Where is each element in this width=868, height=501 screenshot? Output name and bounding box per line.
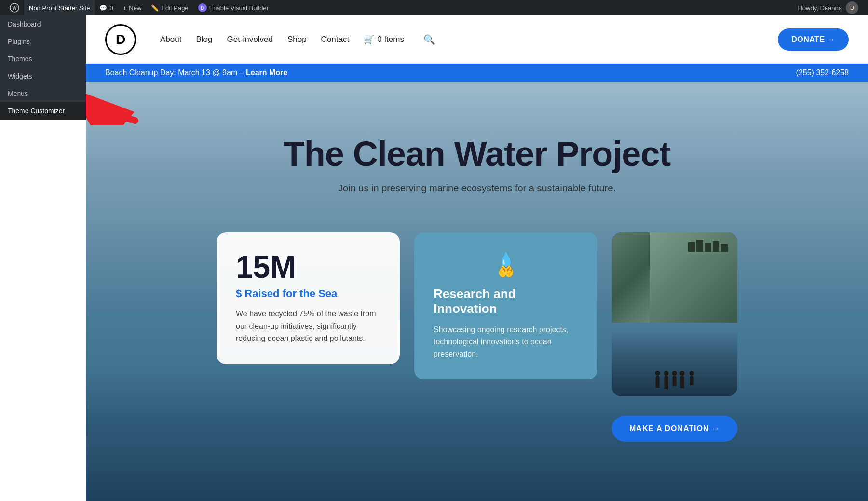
- wp-logo-item[interactable]: W: [5, 0, 24, 15]
- dropdown-item-theme-customizer[interactable]: Theme Customizer: [0, 102, 86, 120]
- hand-icon: 🤲: [498, 264, 515, 280]
- coastal-photo-card: [612, 232, 737, 396]
- comment-icon: 💬: [99, 4, 107, 12]
- learn-more-link[interactable]: Learn More: [246, 68, 287, 77]
- new-item[interactable]: + New: [118, 0, 147, 15]
- new-label: New: [129, 4, 141, 12]
- research-text: Showcasing ongoing research projects, te…: [434, 324, 578, 361]
- edit-page-label: Edit Page: [161, 4, 188, 12]
- visual-builder-item[interactable]: D Enable Visual Builder: [193, 0, 273, 15]
- hero-title: The Clean Water Project: [105, 135, 849, 173]
- make-donation-button[interactable]: MAKE A DONATION →: [612, 416, 737, 442]
- site-name-item[interactable]: Non Profit Starter Site: [24, 0, 95, 15]
- hero-subtitle: Join us in preserving marine ecosystems …: [332, 183, 622, 194]
- dropdown-item-widgets[interactable]: Widgets: [0, 68, 86, 85]
- stat-number: 15M: [236, 252, 380, 283]
- stat-subtitle: $ Raised for the Sea: [236, 287, 380, 300]
- nav-blog[interactable]: Blog: [196, 35, 212, 44]
- comments-item[interactable]: 💬 0: [95, 0, 118, 15]
- nav-about[interactable]: About: [160, 35, 181, 44]
- site-header: D About Blog Get-involved Shop Contact 🛒…: [86, 15, 868, 64]
- svg-text:W: W: [12, 5, 17, 11]
- divi-icon: D: [198, 3, 207, 12]
- research-title: Research and Innovation: [434, 286, 578, 316]
- photo-donate-column: MAKE A DONATION →: [612, 232, 737, 442]
- stat-text: We have recycled 75% of the waste from o…: [236, 308, 380, 345]
- water-drop-hand-icon: 💧 🤲: [434, 252, 578, 280]
- announcement-text: Beach Cleanup Day: March 13 @ 9am – Lear…: [105, 68, 287, 77]
- pencil-icon: ✏️: [151, 4, 159, 12]
- dropdown-item-themes[interactable]: Themes: [0, 50, 86, 68]
- dropdown-item-menus[interactable]: Menus: [0, 85, 86, 102]
- announcement-bar: Beach Cleanup Day: March 13 @ 9am – Lear…: [86, 64, 868, 82]
- avatar: D: [846, 1, 858, 14]
- cart-icon: 🛒: [364, 34, 374, 45]
- announcement-phone: (255) 352-6258: [796, 68, 849, 77]
- admin-bar-right: Howdy, Deanna D: [793, 1, 863, 14]
- stat-card: 15M $ Raised for the Sea We have recycle…: [217, 232, 400, 364]
- cart-count: 0 Items: [377, 35, 404, 44]
- search-icon[interactable]: 🔍: [423, 34, 435, 45]
- appearance-dropdown: Dashboard Plugins Themes Widgets Menus T…: [0, 15, 86, 120]
- howdy-text: Howdy, Deanna D: [793, 1, 863, 14]
- cart-item[interactable]: 🛒 0 Items: [364, 34, 404, 45]
- site-name-label: Non Profit Starter Site: [29, 4, 90, 12]
- dropdown-item-dashboard[interactable]: Dashboard: [0, 15, 86, 33]
- people-silhouette: [655, 376, 693, 389]
- admin-bar: W Non Profit Starter Site 💬 0 + New ✏️ E…: [0, 0, 868, 15]
- plus-icon: +: [123, 4, 127, 12]
- site-logo[interactable]: D: [105, 24, 136, 55]
- comments-count: 0: [109, 4, 113, 12]
- dropdown-item-plugins[interactable]: Plugins: [0, 33, 86, 50]
- cards-section: 15M $ Raised for the Sea We have recycle…: [86, 223, 868, 471]
- edit-page-item[interactable]: ✏️ Edit Page: [146, 0, 193, 15]
- nav-get-involved[interactable]: Get-involved: [227, 35, 272, 44]
- hero-section: The Clean Water Project Join us in prese…: [86, 96, 868, 223]
- nav-shop[interactable]: Shop: [287, 35, 307, 44]
- donate-button[interactable]: DONATE →: [778, 28, 849, 51]
- nav-contact[interactable]: Contact: [321, 35, 350, 44]
- main-nav: About Blog Get-involved Shop Contact 🛒 0…: [160, 34, 778, 45]
- research-card: 💧 🤲 Research and Innovation Showcasing o…: [414, 232, 597, 379]
- main-content: The Clean Water Project Join us in prese…: [86, 15, 868, 501]
- visual-builder-label: Enable Visual Builder: [209, 4, 269, 12]
